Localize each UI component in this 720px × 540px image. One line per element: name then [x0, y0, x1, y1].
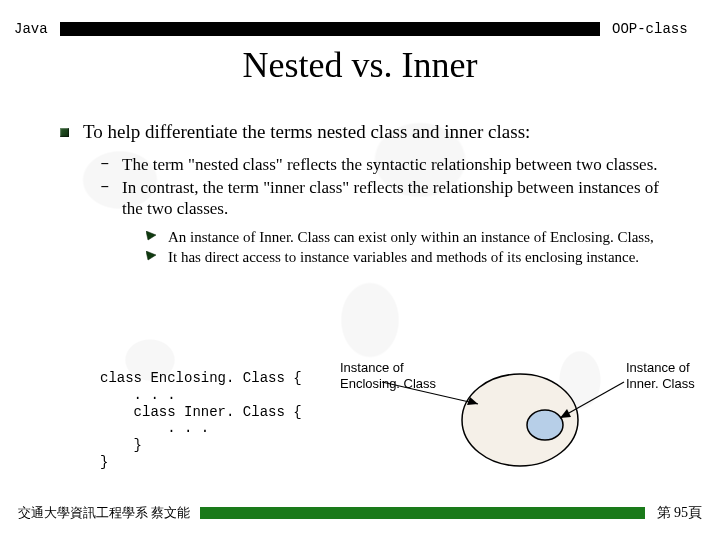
outer-label-line2: Enclosing. Class: [340, 376, 437, 391]
sub-bullet-text: The term "nested class" reflects the syn…: [122, 154, 658, 175]
footer-green-bar: [200, 507, 644, 519]
subsub-bullet-text: An instance of Inner. Class can exist on…: [168, 228, 654, 247]
inner-label-line1: Instance of: [626, 360, 690, 375]
sub-bullet-row: – The term "nested class" reflects the s…: [100, 154, 680, 175]
sub-bullet-row: – In contrast, the term "inner class" re…: [100, 177, 680, 220]
sub-bullet-text: In contrast, the term "inner class" refl…: [122, 177, 680, 220]
footer-left-text: 交通大學資訊工程學系 蔡文能: [0, 504, 200, 522]
header-black-bar: [60, 22, 600, 36]
dash-bullet-icon: –: [100, 178, 122, 196]
svg-marker-1: [146, 251, 156, 260]
header-left-label: Java: [0, 21, 60, 37]
footer-page-number: 第 95頁: [645, 504, 721, 522]
triangle-bullet-icon: [146, 231, 158, 243]
main-bullet-text: To help differentiate the terms nested c…: [83, 120, 530, 144]
outer-label-line1: Instance of: [340, 360, 404, 375]
code-snippet: class Enclosing. Class { . . . class Inn…: [100, 370, 302, 471]
subsub-bullet-row: It has direct access to instance variabl…: [146, 248, 680, 267]
main-bullet-row: To help differentiate the terms nested c…: [60, 120, 680, 144]
slide-footer: 交通大學資訊工程學系 蔡文能 第 95頁: [0, 504, 720, 522]
header-right-label: OOP-class: [600, 21, 720, 37]
slide-content: To help differentiate the terms nested c…: [60, 120, 680, 269]
subsub-bullet-text: It has direct access to instance variabl…: [168, 248, 639, 267]
sub-bullet-list: – The term "nested class" reflects the s…: [100, 154, 680, 220]
inner-ellipse-icon: [527, 410, 563, 440]
subsub-bullet-list: An instance of Inner. Class can exist on…: [146, 228, 680, 268]
instance-diagram: Instance of Enclosing. Class Instance of…: [340, 360, 700, 480]
triangle-bullet-icon: [146, 251, 158, 263]
subsub-bullet-row: An instance of Inner. Class can exist on…: [146, 228, 680, 247]
svg-marker-0: [146, 231, 156, 240]
dash-bullet-icon: –: [100, 155, 122, 173]
square-bullet-icon: [60, 128, 69, 137]
inner-label-line2: Inner. Class: [626, 376, 695, 391]
slide-header: Java OOP-class: [0, 20, 720, 38]
slide-title: Nested vs. Inner: [0, 44, 720, 86]
